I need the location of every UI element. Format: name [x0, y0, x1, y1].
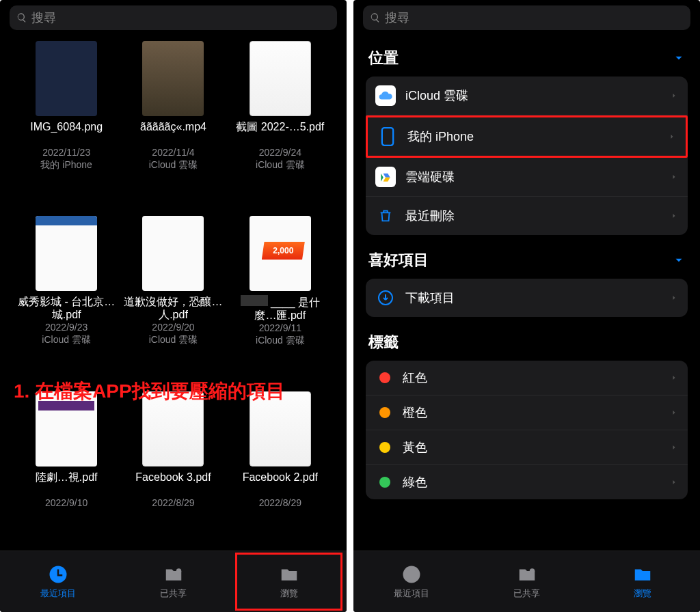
folder-icon — [632, 564, 653, 585]
file-item[interactable]: Facebook 3.pdf 2022/8/29 — [123, 391, 223, 546]
search-input[interactable]: 搜尋 — [10, 5, 337, 30]
row-label: 雲端硬碟 — [405, 169, 455, 185]
svg-point-5 — [529, 568, 535, 574]
tag-dot-icon — [379, 372, 390, 383]
chevron-right-icon — [670, 374, 678, 382]
svg-rect-2 — [382, 128, 393, 145]
tab-browse[interactable]: 瀏覽 — [231, 551, 347, 612]
file-thumbnail — [142, 216, 204, 291]
file-item[interactable]: IMG_6084.png 2022/11/23 我的 iPhone — [16, 41, 116, 209]
tag-row[interactable]: 綠色 — [366, 465, 688, 499]
file-name: 截圖 2022-…5.pdf — [236, 120, 324, 146]
tags-list: 紅色 橙色 黃色 綠色 — [366, 361, 688, 499]
file-item[interactable]: 道歉沒做好，恐釀…人.pdf 2022/9/20 iCloud 雲碟 — [123, 216, 223, 385]
file-item[interactable]: 威秀影城 - 台北京…城.pdf 2022/9/23 iCloud 雲碟 — [16, 216, 116, 385]
tag-row[interactable]: 黃色 — [366, 430, 688, 465]
file-loc: iCloud 雲碟 — [256, 158, 305, 171]
tab-shared[interactable]: 已共享 — [469, 551, 584, 612]
file-name: Facebook 3.pdf — [135, 471, 211, 497]
file-thumbnail — [36, 216, 97, 291]
file-name: ____ 是什麼…匯.pdf — [230, 295, 330, 322]
file-loc: iCloud 雲碟 — [149, 158, 198, 171]
location-googledrive[interactable]: 雲端硬碟 — [366, 158, 688, 197]
file-item[interactable]: 2,000 ____ 是什麼…匯.pdf 2022/9/11 iCloud 雲碟 — [230, 216, 330, 385]
right-pane: 搜尋 位置 iCloud 雲碟 我的 iPhone 雲端硬碟 — [353, 0, 700, 612]
file-name: 威秀影城 - 台北京…城.pdf — [16, 295, 116, 321]
tag-dot-icon — [379, 407, 390, 418]
file-date: 2022/9/20 — [152, 321, 194, 333]
favorite-downloads[interactable]: 下載項目 — [366, 279, 688, 317]
file-name: ãããããç«.mp4 — [140, 120, 206, 146]
tag-row[interactable]: 紅色 — [366, 361, 688, 395]
tab-label: 已共享 — [513, 587, 540, 600]
tab-label: 瀏覽 — [634, 587, 651, 600]
search-placeholder: 搜尋 — [31, 10, 56, 26]
file-grid: IMG_6084.png 2022/11/23 我的 iPhone ãããããç… — [0, 37, 347, 551]
location-recently-deleted[interactable]: 最近刪除 — [366, 197, 688, 235]
file-item[interactable]: 截圖 2022-…5.pdf 2022/9/24 iCloud 雲碟 — [230, 41, 330, 209]
tab-label: 瀏覽 — [280, 587, 298, 600]
tag-row[interactable]: 橙色 — [366, 395, 688, 430]
clock-icon — [401, 564, 422, 585]
chevron-right-icon — [670, 443, 678, 451]
section-tags-header[interactable]: 標籤 — [353, 321, 700, 358]
locations-list: iCloud 雲碟 我的 iPhone 雲端硬碟 最近刪除 — [366, 76, 688, 235]
file-date: 2022/11/23 — [42, 146, 90, 158]
file-item[interactable]: 陸劇…視.pdf 2022/9/10 — [16, 391, 116, 546]
chevron-right-icon — [670, 294, 678, 302]
row-label: 綠色 — [403, 474, 427, 490]
tab-label: 已共享 — [160, 587, 187, 600]
file-loc: iCloud 雲碟 — [256, 334, 305, 346]
search-input[interactable]: 搜尋 — [363, 5, 690, 30]
chevron-right-icon — [668, 133, 676, 141]
chevron-down-icon — [673, 254, 685, 266]
row-label: 紅色 — [403, 370, 427, 386]
location-myiphone[interactable]: 我的 iPhone — [366, 115, 688, 158]
search-icon — [370, 12, 381, 23]
file-item[interactable]: ãããããç«.mp4 2022/11/4 iCloud 雲碟 — [123, 41, 223, 209]
tab-bar: 最近項目 已共享 瀏覽 — [353, 551, 700, 612]
chevron-right-icon — [670, 408, 678, 417]
tab-bar: 最近項目 已共享 瀏覽 — [0, 551, 347, 612]
file-thumbnail — [36, 41, 97, 116]
tab-shared[interactable]: 已共享 — [116, 551, 231, 612]
tag-dot-icon — [379, 442, 390, 453]
chevron-right-icon — [670, 92, 678, 100]
file-date: 2022/9/10 — [45, 497, 88, 509]
section-favorites-header[interactable]: 喜好項目 — [353, 239, 700, 276]
row-label: 黃色 — [403, 439, 427, 456]
tab-recent[interactable]: 最近項目 — [0, 551, 116, 612]
tab-browse[interactable]: 瀏覽 — [584, 551, 700, 612]
tab-recent[interactable]: 最近項目 — [353, 551, 469, 612]
tab-label: 最近項目 — [40, 587, 76, 600]
file-thumbnail: 2,000 — [250, 216, 311, 291]
section-locations-header[interactable]: 位置 — [353, 37, 700, 74]
file-thumbnail — [250, 41, 311, 116]
file-date: 2022/8/29 — [259, 497, 301, 509]
file-name: IMG_6084.png — [30, 120, 103, 146]
location-icloud[interactable]: iCloud 雲碟 — [366, 76, 688, 115]
annotation-step-1: 1. 在檔案APP找到要壓縮的項目 — [14, 378, 285, 404]
file-item[interactable]: Facebook 2.pdf 2022/8/29 — [230, 391, 330, 546]
file-name: 陸劇…視.pdf — [36, 471, 98, 497]
tab-label: 最近項目 — [394, 587, 429, 600]
row-label: 下載項目 — [405, 290, 455, 306]
folder-shared-icon — [517, 564, 537, 585]
folder-shared-icon — [163, 564, 184, 585]
trash-icon — [375, 206, 396, 226]
left-pane: 搜尋 IMG_6084.png 2022/11/23 我的 iPhone ããã… — [0, 0, 347, 612]
chevron-right-icon — [670, 173, 678, 181]
drive-icon — [375, 167, 396, 187]
chevron-down-icon — [673, 52, 685, 64]
file-loc: iCloud 雲碟 — [149, 333, 198, 346]
chevron-right-icon — [670, 478, 678, 486]
file-loc: 我的 iPhone — [40, 158, 92, 171]
cloud-icon — [375, 85, 396, 106]
file-name: Facebook 2.pdf — [243, 471, 318, 497]
file-date: 2022/9/23 — [45, 321, 88, 333]
svg-point-1 — [176, 568, 181, 574]
folder-icon — [279, 564, 299, 585]
search-placeholder: 搜尋 — [385, 10, 409, 26]
file-date: 2022/9/24 — [259, 146, 301, 158]
file-date: 2022/11/4 — [152, 146, 194, 158]
